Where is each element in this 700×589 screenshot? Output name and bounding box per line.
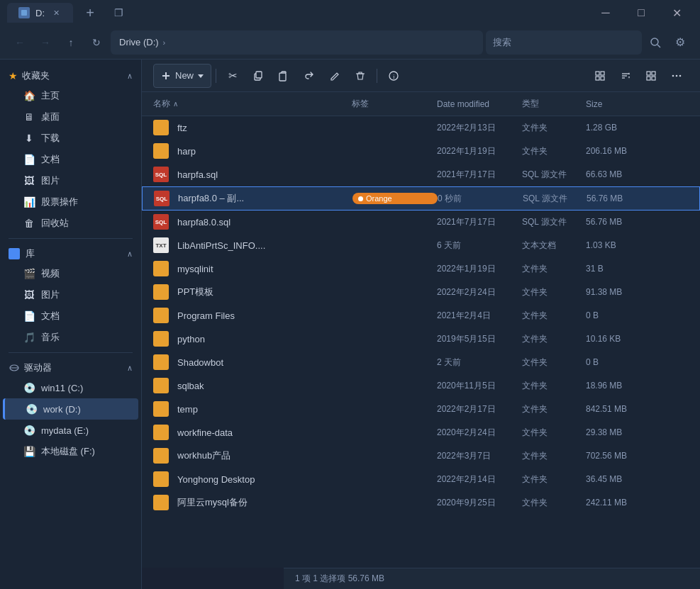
sidebar-item-local-f[interactable]: 💾 本地磁盘 (F:) [3,441,138,462]
sidebar-item-desktop[interactable]: 🖥 桌面 [3,106,138,128]
library-section[interactable]: 库 ∧ [0,243,141,263]
file-date: 2019年5月15日 [437,333,522,345]
table-row[interactable]: temp 2022年2月17日 文件夹 842.51 MB [142,398,700,421]
sidebar-item-videos[interactable]: 🎬 视频 [3,263,138,284]
sidebar-item-label: 文档 [41,310,60,322]
table-row[interactable]: SQL harpfa.sql 2021年7月17日 SQL 源文件 66.63 … [142,163,700,186]
sort-button[interactable] [613,64,638,88]
header-size[interactable]: Size [586,99,650,109]
new-tab-button[interactable]: + [79,0,101,26]
file-type: 文件夹 [522,450,586,462]
sidebar-item-home[interactable]: 🏠 主页 [3,85,138,106]
table-row[interactable]: PPT模板 2022年2月24日 文件夹 91.38 MB [142,281,700,304]
sidebar-item-stocks[interactable]: 📊 股票操作 [3,191,138,213]
sidebar-item-recycle[interactable]: 🗑 回收站 [3,213,138,234]
svg-rect-9 [256,72,262,78]
search-button[interactable] [645,32,666,53]
drives-label: 驱动器 [24,361,52,374]
table-row[interactable]: harp 2022年1月19日 文件夹 206.16 MB [142,140,700,163]
table-row[interactable]: SQL harpfa8.0.sql 2021年7月17日 SQL 源文件 56.… [142,211,700,234]
sidebar-item-label: 回收站 [41,217,69,230]
file-size: 31 B [586,264,650,274]
sidebar-item-work-d[interactable]: 💿 work (D:) [3,398,138,420]
favorites-section[interactable]: ★ 收藏夹 ∧ [0,65,141,85]
file-name-col: SQL harpfa8.0.sql [153,214,352,230]
table-row[interactable]: TXT LibAntiPrtSc_INFO.... 6 天前 文本文档 1.03… [142,234,700,257]
library-label: 库 [26,247,35,260]
folder-icon [153,448,169,464]
file-type: 文件夹 [522,286,586,298]
drives-section[interactable]: 驱动器 ∧ [0,357,141,377]
maximize-button[interactable]: □ [625,0,657,26]
star-icon: ★ [9,70,18,82]
cut-button[interactable]: ✂ [221,64,245,88]
table-row[interactable]: 阿里云mysql备份 2020年9月25日 文件夹 242.11 MB [142,491,700,515]
sql-icon: SQL [154,191,170,206]
header-name[interactable]: 名称 ∧ [153,98,352,110]
svg-marker-7 [198,74,204,78]
minimize-button[interactable]: ─ [589,0,622,26]
sidebar-item-win11[interactable]: 💿 win11 (C:) [3,377,138,398]
favorites-label: 收藏夹 [22,69,50,82]
svg-point-28 [679,74,682,77]
refresh-button[interactable]: ↻ [85,31,108,54]
share-button[interactable] [297,64,321,88]
table-row[interactable]: Yonghong Desktop 2022年2月14日 文件夹 36.45 MB [142,468,700,491]
table-row[interactable]: Shadowbot 2 天前 文件夹 0 B [142,351,700,374]
address-bar[interactable]: Drive (D:) › [111,30,483,55]
table-row[interactable]: workfine-data 2020年2月24日 文件夹 29.38 MB [142,421,700,444]
sidebar-item-downloads[interactable]: ⬇ 下载 [3,128,138,149]
more-button[interactable] [665,64,689,88]
table-row[interactable]: sqlbak 2020年11月5日 文件夹 18.96 MB [142,374,700,398]
info-button[interactable]: i [382,64,406,88]
delete-button[interactable] [348,64,372,88]
header-type[interactable]: 类型 [522,98,586,110]
new-chevron-icon [198,73,204,79]
file-size: 242.11 MB [586,498,650,507]
sidebar-item-lib-documents[interactable]: 📄 文档 [3,305,138,327]
file-date: 2021年7月17日 [437,169,522,181]
file-name: Shadowbot [177,357,340,368]
file-type: 文件夹 [522,310,586,322]
sidebar-item-label: 本地磁盘 (F:) [41,445,95,458]
home-icon: 🏠 [23,89,35,102]
sidebar-item-mydata[interactable]: 💿 mydata (E:) [3,420,138,441]
svg-rect-13 [596,72,599,75]
tab-d-drive[interactable]: D: ✕ [7,3,73,23]
paste-button[interactable] [272,64,296,88]
back-button[interactable]: ← [9,31,31,54]
header-date[interactable]: Date modified [437,99,522,109]
table-row[interactable]: Program Files 2021年2月4日 文件夹 0 B [142,304,700,327]
sidebar-item-lib-pictures[interactable]: 🖼 图片 [3,284,138,305]
view-button[interactable] [639,64,663,88]
select-all-button[interactable] [588,64,612,88]
forward-button[interactable]: → [34,31,57,54]
tag-badge: Orange [352,193,438,204]
rename-button[interactable] [323,64,347,88]
table-row[interactable]: mysqlinit 2022年1月19日 文件夹 31 B [142,257,700,281]
search-bar[interactable]: 搜索 [486,30,642,55]
sidebar-item-pictures[interactable]: 🖼 图片 [3,170,138,191]
new-button[interactable]: New [153,64,211,88]
file-name: sqlbak [177,381,340,391]
file-list-header: 名称 ∧ 标签 Date modified 类型 Size [142,92,700,116]
restore-down-button[interactable]: ❐ [107,0,130,26]
local-drive-icon: 💾 [23,445,35,458]
sidebar-item-documents[interactable]: 📄 文档 [3,149,138,170]
settings-button[interactable]: ⚙ [669,31,691,54]
svg-point-1 [651,38,658,45]
table-row[interactable]: workhub产品 2022年3月7日 文件夹 702.56 MB [142,444,700,468]
file-size: 1.28 GB [586,123,650,133]
close-button[interactable]: ✕ [660,0,693,26]
lib-pictures-icon: 🖼 [23,288,35,301]
table-row[interactable]: SQL harpfa8.0 – 副... Orange 0 秒前 SQL 源文件… [142,186,700,211]
table-row[interactable]: python 2019年5月15日 文件夹 10.16 KB [142,327,700,351]
sidebar-divider-1 [9,238,133,239]
up-button[interactable]: ↑ [60,31,82,54]
tab-close-button[interactable]: ✕ [50,7,62,18]
sidebar-item-music[interactable]: 🎵 音乐 [3,327,138,348]
copy-button[interactable] [246,64,270,88]
header-tag[interactable]: 标签 [352,98,437,110]
folder-icon [153,401,169,417]
table-row[interactable]: ftz 2022年2月13日 文件夹 1.28 GB [142,116,700,140]
